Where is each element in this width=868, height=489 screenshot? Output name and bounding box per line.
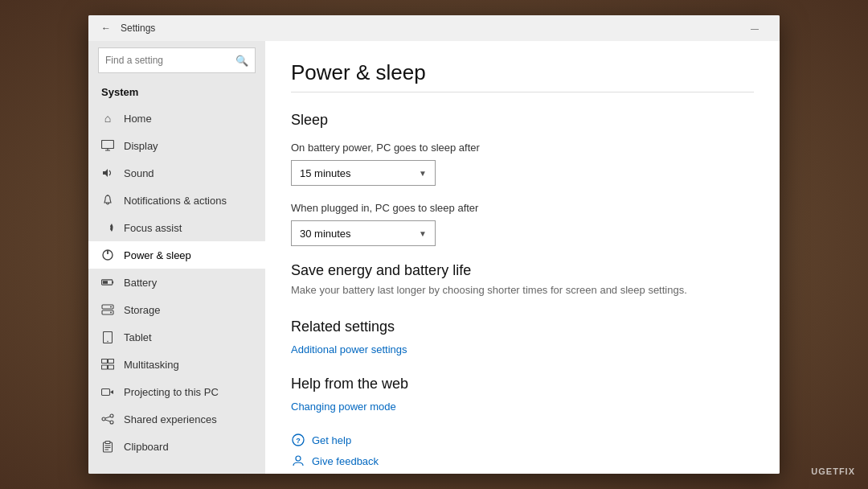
settings-window: ← Settings — 🔍 System ⌂ Home: [88, 15, 780, 474]
back-button[interactable]: ←: [95, 17, 117, 39]
battery-dropdown-chevron: ▼: [419, 169, 427, 178]
clipboard-icon: [101, 440, 114, 453]
search-input[interactable]: [105, 55, 235, 66]
content-area: 🔍 System ⌂ Home Display: [88, 41, 780, 474]
energy-title: Save energy and battery life: [291, 262, 754, 279]
battery-icon: [101, 276, 114, 289]
sidebar-item-label: Multitasking: [124, 359, 179, 371]
sidebar: 🔍 System ⌂ Home Display: [88, 41, 265, 474]
search-icon: 🔍: [235, 55, 248, 67]
svg-rect-8: [103, 281, 108, 284]
sidebar-item-display[interactable]: Display: [88, 132, 265, 159]
sleep-section-title: Sleep: [291, 112, 754, 129]
svg-rect-17: [108, 360, 114, 364]
sidebar-item-label: Projecting to this PC: [124, 386, 219, 398]
search-container: 🔍: [88, 41, 265, 80]
sidebar-item-label: Power & sleep: [124, 249, 191, 261]
plugged-sleep-dropdown[interactable]: 30 minutes ▼: [291, 220, 436, 246]
sidebar-item-label: Storage: [124, 304, 161, 316]
get-help-icon: ?: [291, 433, 305, 447]
svg-marker-3: [103, 169, 108, 177]
additional-power-settings-link[interactable]: Additional power settings: [291, 343, 407, 355]
sidebar-item-label: Sound: [124, 167, 154, 179]
display-icon: [101, 139, 114, 152]
give-feedback-label[interactable]: Give feedback: [312, 455, 379, 467]
minimize-button[interactable]: —: [736, 15, 773, 41]
svg-rect-18: [102, 365, 108, 369]
svg-rect-27: [105, 441, 110, 443]
give-feedback-row[interactable]: Give feedback: [291, 454, 754, 468]
sidebar-item-tablet[interactable]: Tablet: [88, 323, 265, 351]
energy-section: Save energy and battery life Make your b…: [291, 262, 754, 296]
sidebar-item-home[interactable]: ⌂ Home: [88, 105, 265, 132]
sidebar-item-multitasking[interactable]: Multitasking: [88, 351, 265, 378]
plugged-dropdown-chevron: ▼: [419, 229, 427, 238]
home-icon: ⌂: [101, 112, 114, 125]
system-label: System: [88, 83, 265, 105]
sidebar-item-label: Home: [124, 113, 152, 125]
svg-line-24: [105, 417, 110, 418]
sidebar-item-label: Focus assist: [124, 222, 182, 234]
help-section: Help from the web Changing power mode: [291, 376, 754, 413]
svg-point-21: [110, 414, 113, 417]
sidebar-item-power[interactable]: Power & sleep: [88, 241, 265, 269]
related-title: Related settings: [291, 318, 754, 335]
energy-desc: Make your battery last longer by choosin…: [291, 284, 754, 296]
tablet-icon: [101, 331, 114, 343]
sidebar-item-battery[interactable]: Battery: [88, 269, 265, 296]
battery-sleep-label: On battery power, PC goes to sleep after: [291, 142, 754, 154]
watermark: UGETFIX: [811, 466, 855, 476]
sidebar-item-shared[interactable]: Shared experiences: [88, 405, 265, 433]
svg-point-12: [110, 306, 112, 308]
svg-line-25: [105, 420, 110, 421]
sidebar-item-label: Shared experiences: [124, 413, 217, 425]
sidebar-item-label: Clipboard: [124, 441, 169, 453]
notifications-icon: [101, 194, 114, 207]
search-box[interactable]: 🔍: [98, 47, 256, 73]
plugged-sleep-label: When plugged in, PC goes to sleep after: [291, 202, 754, 214]
sidebar-item-clipboard[interactable]: Clipboard: [88, 433, 265, 460]
sidebar-item-label: Tablet: [124, 331, 152, 343]
svg-point-23: [110, 421, 113, 424]
shared-icon: [101, 413, 114, 425]
storage-icon: [101, 303, 114, 316]
sidebar-item-notifications[interactable]: Notifications & actions: [88, 187, 265, 214]
changing-power-mode-link[interactable]: Changing power mode: [291, 401, 396, 413]
battery-sleep-dropdown[interactable]: 15 minutes ▼: [291, 160, 436, 186]
sound-icon: [101, 166, 114, 179]
svg-rect-20: [102, 388, 110, 395]
svg-rect-19: [108, 365, 114, 369]
sidebar-item-focus[interactable]: Focus assist: [88, 214, 265, 241]
sidebar-item-label: Battery: [124, 277, 157, 289]
svg-point-33: [296, 456, 301, 461]
give-feedback-icon: [291, 454, 305, 468]
sidebar-item-storage[interactable]: Storage: [88, 296, 265, 323]
related-settings-section: Related settings Additional power settin…: [291, 318, 754, 356]
get-help-row[interactable]: ? Get help: [291, 433, 754, 447]
sidebar-item-label: Notifications & actions: [124, 195, 227, 207]
sidebar-item-projecting[interactable]: Projecting to this PC: [88, 378, 265, 405]
svg-rect-16: [102, 360, 108, 364]
power-icon: [101, 249, 114, 261]
page-title: Power & sleep: [291, 60, 754, 92]
svg-rect-0: [102, 141, 114, 149]
titlebar: ← Settings —: [88, 15, 780, 41]
focus-icon: [101, 221, 114, 234]
sidebar-item-label: Display: [124, 140, 158, 152]
window-title: Settings: [121, 23, 155, 34]
svg-point-22: [102, 417, 105, 421]
svg-text:?: ?: [296, 437, 301, 445]
get-help-label[interactable]: Get help: [312, 434, 351, 446]
battery-sleep-value: 15 minutes: [300, 167, 351, 179]
sidebar-item-sound[interactable]: Sound: [88, 159, 265, 187]
svg-point-13: [110, 312, 112, 314]
projecting-icon: [101, 385, 114, 398]
help-title: Help from the web: [291, 376, 754, 392]
multitasking-icon: [101, 358, 114, 371]
svg-point-15: [107, 340, 108, 342]
plugged-sleep-value: 30 minutes: [300, 228, 351, 240]
main-content: Power & sleep Sleep On battery power, PC…: [265, 41, 780, 474]
